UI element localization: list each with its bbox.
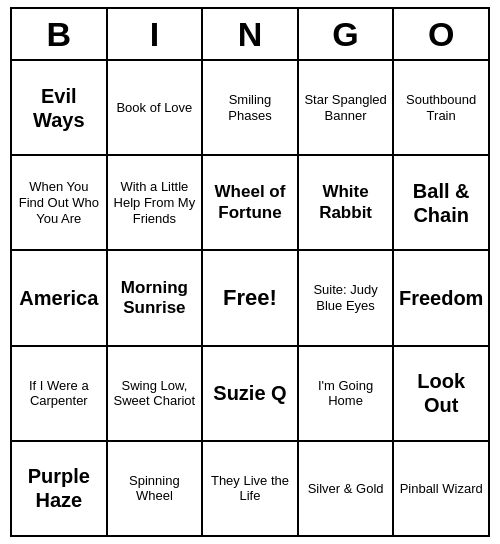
bingo-cell-0-3: Star Spangled Banner xyxy=(299,61,395,154)
bingo-cell-2-2: Free! xyxy=(203,251,299,344)
bingo-cell-0-2: Smiling Phases xyxy=(203,61,299,154)
bingo-row-0: Evil WaysBook of LoveSmiling PhasesStar … xyxy=(12,61,488,156)
bingo-cell-3-1: Swing Low, Sweet Chariot xyxy=(108,347,204,440)
bingo-cell-1-1: With a Little Help From My Friends xyxy=(108,156,204,249)
bingo-cell-4-0: Purple Haze xyxy=(12,442,108,535)
bingo-cell-0-4: Southbound Train xyxy=(394,61,488,154)
bingo-row-1: When You Find Out Who You AreWith a Litt… xyxy=(12,156,488,251)
header-letter-I: I xyxy=(108,9,204,59)
bingo-header: BINGO xyxy=(12,9,488,61)
bingo-cell-4-1: Spinning Wheel xyxy=(108,442,204,535)
header-letter-O: O xyxy=(394,9,488,59)
bingo-cell-3-4: Look Out xyxy=(394,347,488,440)
bingo-cell-2-4: Freedom xyxy=(394,251,488,344)
bingo-row-4: Purple HazeSpinning WheelThey Live the L… xyxy=(12,442,488,535)
bingo-cell-3-2: Suzie Q xyxy=(203,347,299,440)
bingo-cell-2-3: Suite: Judy Blue Eyes xyxy=(299,251,395,344)
bingo-cell-1-4: Ball & Chain xyxy=(394,156,488,249)
bingo-cell-1-0: When You Find Out Who You Are xyxy=(12,156,108,249)
bingo-row-2: AmericaMorning SunriseFree!Suite: Judy B… xyxy=(12,251,488,346)
header-letter-N: N xyxy=(203,9,299,59)
bingo-cell-4-2: They Live the Life xyxy=(203,442,299,535)
bingo-cell-4-3: Silver & Gold xyxy=(299,442,395,535)
bingo-cell-1-2: Wheel of Fortune xyxy=(203,156,299,249)
header-letter-G: G xyxy=(299,9,395,59)
bingo-cell-2-1: Morning Sunrise xyxy=(108,251,204,344)
header-letter-B: B xyxy=(12,9,108,59)
bingo-cell-4-4: Pinball Wizard xyxy=(394,442,488,535)
bingo-cell-2-0: America xyxy=(12,251,108,344)
bingo-card: BINGO Evil WaysBook of LoveSmiling Phase… xyxy=(10,7,490,537)
bingo-cell-3-0: If I Were a Carpenter xyxy=(12,347,108,440)
bingo-cell-0-1: Book of Love xyxy=(108,61,204,154)
bingo-cell-0-0: Evil Ways xyxy=(12,61,108,154)
bingo-grid: Evil WaysBook of LoveSmiling PhasesStar … xyxy=(12,61,488,535)
bingo-cell-1-3: White Rabbit xyxy=(299,156,395,249)
bingo-cell-3-3: I'm Going Home xyxy=(299,347,395,440)
bingo-row-3: If I Were a CarpenterSwing Low, Sweet Ch… xyxy=(12,347,488,442)
